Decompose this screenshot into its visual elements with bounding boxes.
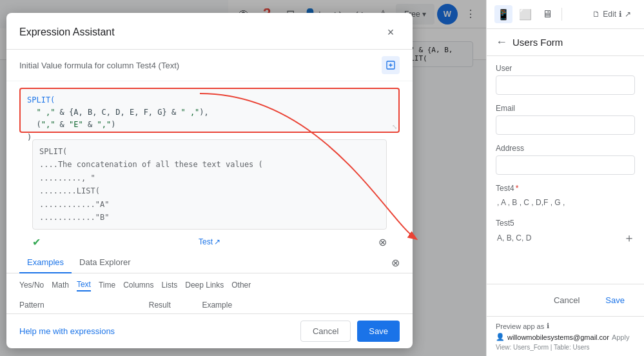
category-tabs: Yes/No Math Text Time Columns Lists Deep…: [6, 273, 413, 297]
examples-table-container: Pattern Result Example "(constant)" Text…: [6, 297, 413, 313]
desktop-view-icon[interactable]: 🖥: [538, 5, 556, 23]
test4-value[interactable]: , A , B , C , D,F , G ,: [496, 195, 635, 210]
cat-lists[interactable]: Lists: [162, 279, 178, 291]
user-label: User: [496, 64, 635, 73]
expression-assistant-modal: Expression Assistant × Initial Value for…: [6, 13, 413, 348]
cat-columns[interactable]: Columns: [123, 279, 153, 291]
col-action: [367, 297, 413, 313]
test-link[interactable]: Test ↗: [186, 236, 233, 248]
test5-label: Test5: [496, 219, 635, 228]
cat-text[interactable]: Text: [77, 279, 91, 292]
col-result: Result: [136, 297, 190, 313]
test4-field-group: Test4 , A , B , C , D,F , G ,: [496, 184, 635, 210]
check-icon: ✔: [32, 236, 41, 248]
email-label: Email: [496, 104, 635, 113]
code-line-1: SPLIT(: [27, 94, 392, 106]
panel-cancel-button[interactable]: Cancel: [543, 291, 590, 310]
formula-icon[interactable]: [382, 56, 400, 74]
info-icon: ℹ: [619, 10, 622, 19]
cat-math[interactable]: Math: [52, 279, 69, 291]
help-link[interactable]: Help me with expressions: [19, 326, 115, 336]
edit-button[interactable]: 🗋 Edit ℹ ↗: [587, 7, 636, 21]
collapse-button[interactable]: ⊗: [378, 236, 387, 248]
address-field-group: Address: [496, 144, 635, 175]
modal-cancel-button[interactable]: Cancel: [300, 321, 351, 342]
test5-add-button[interactable]: ＋: [623, 230, 635, 246]
cat-time[interactable]: Time: [99, 279, 115, 291]
doc-line-6: ............"B": [39, 211, 380, 224]
cat-yesno[interactable]: Yes/No: [19, 279, 44, 291]
panel-save-button[interactable]: Save: [595, 291, 635, 310]
right-panel-content: User Email Address Test4 , A , B , C , D…: [487, 56, 644, 284]
account-icon: 👤: [496, 333, 505, 341]
doc-line-4: ........LIST(: [39, 184, 380, 197]
col-example: Example: [189, 297, 367, 313]
external-link-icon: ↗: [214, 237, 220, 246]
email-field-group: Email: [496, 104, 635, 135]
modal-close-button[interactable]: ×: [382, 23, 400, 41]
doc-line-2: ....The concatenation of all these text …: [39, 158, 380, 171]
tab-data-explorer[interactable]: Data Explorer: [72, 252, 138, 273]
modal-subtitle: Initial Value formula for column Test4 (…: [6, 50, 413, 81]
right-panel-footer: Cancel Save: [487, 284, 644, 316]
preview-info-icon: ℹ: [547, 322, 549, 330]
address-label: Address: [496, 144, 635, 153]
modal-title: Expression Assistant: [19, 26, 115, 38]
doc-container: SPLIT( ....The concatenation of all thes…: [19, 139, 400, 250]
expr-tabs: Examples Data Explorer ⊗: [6, 252, 413, 273]
tab-examples[interactable]: Examples: [19, 252, 72, 273]
col-pattern: Pattern: [6, 297, 136, 313]
resize-handle[interactable]: ⤡: [392, 123, 397, 130]
preview-email-text: willowmobilesystems@gmail.cor: [507, 333, 609, 341]
doc-footer: ✔ Test ↗ ⊗: [19, 235, 400, 250]
tablet-view-icon[interactable]: ⬜: [516, 5, 534, 23]
modal-footer-buttons: Cancel Save: [300, 321, 400, 342]
modal-save-button[interactable]: Save: [357, 321, 400, 342]
doc-area: SPLIT( ....The concatenation of all thes…: [32, 139, 387, 230]
test5-value[interactable]: A, B, C, D: [496, 231, 532, 245]
doc-line-1: SPLIT(: [39, 145, 380, 158]
preview-email-row: 👤 willowmobilesystems@gmail.cor Apply: [496, 333, 635, 341]
code-line-3: ("," & "E" & ","): [27, 119, 392, 131]
email-input[interactable]: [496, 115, 635, 135]
page-icon: 🗋: [592, 10, 600, 19]
cat-deep-links[interactable]: Deep Links: [185, 279, 224, 291]
toolbar-divider: [561, 8, 562, 21]
code-editor[interactable]: SPLIT( " ," & {A, B, C, D, E, F, G} & " …: [19, 88, 400, 133]
expand-icon: ↗: [625, 10, 631, 19]
mobile-view-icon[interactable]: 📱: [494, 5, 512, 23]
user-field-group: User: [496, 64, 635, 95]
back-button[interactable]: ←: [496, 35, 507, 49]
modal-header: Expression Assistant ×: [6, 13, 413, 50]
right-panel-toolbar: 📱 ⬜ 🖥 🗋 Edit ℹ ↗: [487, 0, 644, 29]
cat-other[interactable]: Other: [231, 279, 251, 291]
right-panel-header: ← Users Form: [487, 29, 644, 56]
right-panel: 📱 ⬜ 🖥 🗋 Edit ℹ ↗ ← Users Form User Email…: [486, 0, 644, 356]
tabs-collapse-icon[interactable]: ⊗: [391, 257, 400, 269]
examples-table: Pattern Result Example "(constant)" Text…: [6, 297, 413, 313]
success-indicator: ✔: [32, 236, 41, 248]
test5-value-row: A, B, C, D ＋: [496, 230, 635, 246]
user-input[interactable]: [496, 75, 635, 95]
doc-line-3: ........., ": [39, 172, 380, 184]
preview-label: Preview app as: [496, 322, 544, 330]
view-table-info: View: Users_Form | Table: Users: [496, 344, 635, 351]
table-header-row: Pattern Result Example: [6, 297, 413, 313]
modal-subtitle-text: Initial Value formula for column Test4 (…: [19, 61, 179, 70]
test5-field-group: Test5 A, B, C, D ＋: [496, 219, 635, 246]
modal-footer: Help me with expressions Cancel Save: [6, 313, 413, 348]
panel-title: Users Form: [512, 37, 563, 48]
doc-line-5: ............"A": [39, 198, 380, 211]
code-line-2: " ," & {A, B, C, D, E, F, G} & " ,"),: [27, 106, 392, 119]
address-input[interactable]: [496, 155, 635, 175]
preview-section: Preview app as ℹ 👤 willowmobilesystems@g…: [487, 316, 644, 356]
test4-label: Test4: [496, 184, 635, 193]
apply-button[interactable]: Apply: [612, 333, 630, 341]
